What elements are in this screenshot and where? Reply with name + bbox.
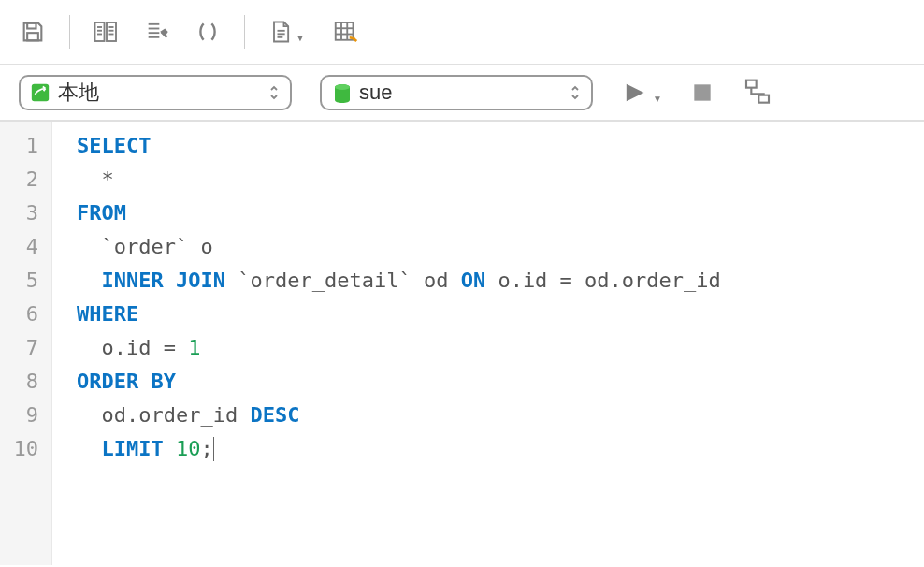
line-number: 10 — [0, 432, 51, 466]
line-number: 1 — [0, 129, 51, 163]
parentheses-button[interactable] — [194, 18, 222, 46]
connection-icon — [30, 82, 51, 103]
save-button[interactable] — [19, 18, 47, 46]
toolbar-divider — [69, 15, 70, 49]
code-line[interactable]: INNER JOIN `order_detail` od ON o.id = o… — [77, 264, 924, 298]
dropdown-triangle-icon: ▼ — [296, 33, 305, 43]
code-line[interactable]: FROM — [77, 196, 924, 230]
explain-icon — [743, 78, 772, 108]
line-number: 2 — [0, 163, 51, 196]
main-toolbar: ▼ — [0, 0, 924, 65]
code-line[interactable]: ORDER BY — [77, 365, 924, 399]
stop-icon — [690, 80, 715, 105]
play-icon — [621, 80, 647, 106]
code-line[interactable]: `order` o — [77, 230, 924, 264]
stop-query-button[interactable] — [690, 80, 715, 105]
dropdown-triangle-icon: ▼ — [653, 94, 662, 104]
run-query-button[interactable]: ▼ — [621, 80, 662, 106]
line-number: 8 — [0, 365, 51, 399]
svg-rect-27 — [758, 95, 769, 103]
line-number: 5 — [0, 264, 51, 298]
svg-rect-26 — [746, 80, 757, 88]
export-results-button[interactable] — [327, 18, 365, 46]
svg-rect-2 — [95, 22, 105, 41]
toolbar-divider — [244, 15, 245, 49]
line-number: 4 — [0, 230, 51, 264]
line-gutter: 12345678910 — [0, 122, 52, 565]
database-icon — [331, 82, 352, 103]
line-number: 9 — [0, 399, 51, 432]
svg-rect-22 — [32, 84, 49, 101]
line-number: 3 — [0, 196, 51, 230]
svg-rect-25 — [694, 84, 710, 100]
connection-name: 本地 — [58, 79, 260, 107]
code-line[interactable]: od.order_id DESC — [77, 399, 924, 432]
code-line[interactable]: * — [77, 163, 924, 196]
line-number: 6 — [0, 298, 51, 331]
svg-point-24 — [335, 84, 350, 90]
line-number: 7 — [0, 331, 51, 365]
code-line[interactable]: SELECT — [77, 129, 924, 163]
svg-rect-6 — [107, 22, 116, 41]
code-content[interactable]: SELECT *FROM `order` o INNER JOIN `order… — [52, 122, 924, 565]
database-selector[interactable]: sue — [320, 75, 593, 110]
svg-rect-1 — [27, 33, 38, 40]
sql-editor[interactable]: 12345678910 SELECT *FROM `order` o INNER… — [0, 122, 924, 565]
new-query-button[interactable]: ▼ — [267, 18, 305, 46]
chevron-updown-icon — [267, 82, 281, 103]
code-line[interactable]: o.id = 1 — [77, 331, 924, 365]
explain-plan-button[interactable] — [743, 78, 772, 108]
code-line[interactable]: WHERE — [77, 298, 924, 331]
connection-bar: 本地 sue ▼ — [0, 65, 924, 122]
database-name: sue — [359, 80, 561, 105]
chevron-updown-icon — [569, 82, 582, 103]
connection-selector[interactable]: 本地 — [19, 75, 292, 110]
format-sql-button[interactable] — [93, 18, 121, 46]
code-line[interactable]: LIMIT 10; — [77, 432, 924, 466]
svg-rect-0 — [27, 23, 36, 29]
beautify-sql-button[interactable] — [143, 18, 171, 46]
